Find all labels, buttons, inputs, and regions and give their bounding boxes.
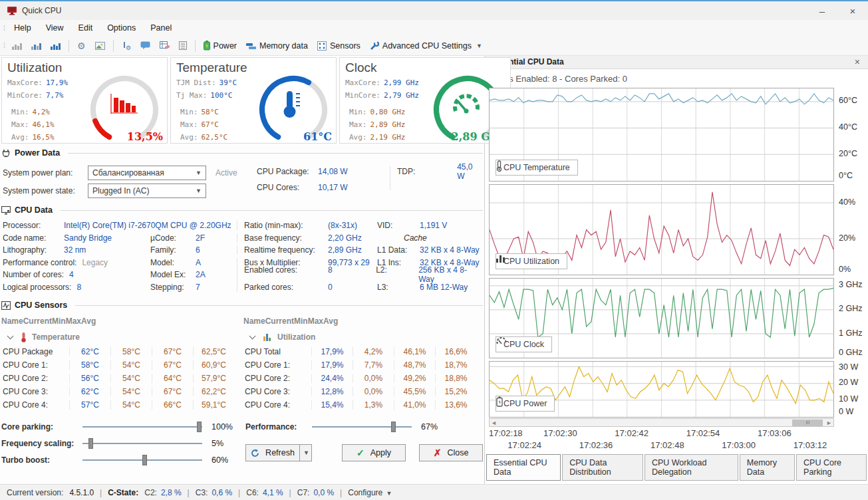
report-button[interactable] xyxy=(175,39,191,52)
menu-item[interactable]: Edit xyxy=(71,21,100,35)
menu-item[interactable]: Help xyxy=(7,21,39,35)
gauge-value: 13,5% xyxy=(127,130,163,143)
panel-tab[interactable]: Essential CPU Data xyxy=(486,454,561,481)
time-tick-label: 17:02:24 xyxy=(507,440,541,450)
sensor-row: CPU Core 3:12,8%0,0%45,5%15,2% xyxy=(243,385,478,398)
performance-value: 67% xyxy=(421,422,438,432)
collapse-chevron-icon[interactable] xyxy=(249,333,256,340)
panel-tab[interactable]: CPU Data Distribution xyxy=(562,454,643,481)
main-panel: Utilization MaxCore:17,9%MinCore:7,7% Mi… xyxy=(0,56,484,484)
temperature-settings-button[interactable]: ⚙ xyxy=(118,39,135,53)
feedback-button[interactable] xyxy=(136,39,154,52)
sensor-row: CPU Core 4:15,4%1,3%41,0%13,6% xyxy=(243,398,478,412)
scroll-left-arrow[interactable]: ◄ xyxy=(490,419,498,427)
menu-item[interactable]: Options xyxy=(100,21,143,35)
chat-icon xyxy=(140,41,150,50)
temperature-gauge-card: Temperature TJM Dist:39°CTj Max:100°C Mi… xyxy=(170,57,337,144)
cstate-item: C3:0,6 %| xyxy=(196,488,241,497)
bars-icon xyxy=(108,92,139,118)
x-axis-time-labels: 17:02:1817:02:2417:02:3017:02:3617:02:42… xyxy=(489,428,834,453)
panel-tab[interactable]: CPU Core Parking xyxy=(796,454,867,481)
close-button[interactable]: × xyxy=(837,1,868,20)
processor-label: Processor: xyxy=(3,221,59,230)
memory-data-button[interactable]: Memory data xyxy=(242,39,312,53)
utilization-gauge: 13,5% xyxy=(87,76,162,143)
turbo-boost-slider[interactable] xyxy=(82,454,202,466)
y-tick-label: 20 W xyxy=(839,378,858,387)
slider-thumb[interactable] xyxy=(391,422,396,432)
svg-text:⚙: ⚙ xyxy=(126,45,131,51)
image-icon xyxy=(95,42,105,50)
performance-slider[interactable] xyxy=(312,421,412,433)
table-clear-button[interactable] xyxy=(156,39,174,52)
advanced-cpu-settings-button[interactable]: Advanced CPU Settings ▼ xyxy=(366,39,486,53)
window-title: Quick CPU xyxy=(22,6,61,15)
close-app-button[interactable]: ✗Close xyxy=(419,444,483,461)
column-header: Max xyxy=(66,316,81,326)
cpu-utilization-chart: CPU Utilization xyxy=(489,184,834,275)
document-icon xyxy=(179,41,187,50)
y-tick-label: 20% xyxy=(839,233,855,243)
frequency-scaling-value: 5% xyxy=(212,439,223,448)
refresh-button[interactable]: Refresh xyxy=(245,444,300,461)
sensor-group-label: Temperature xyxy=(32,332,80,342)
version-value: 4.5.1.0 xyxy=(69,488,94,497)
column-header: Current xyxy=(23,316,52,326)
refresh-dropdown-button[interactable]: ▼ xyxy=(300,444,312,461)
chart-legend: CPU Temperature xyxy=(496,160,578,176)
gauge-stat: Max:2,89 GHz xyxy=(345,118,430,131)
refresh-icon xyxy=(251,449,259,457)
temperature-sensor-table: NameCurrentMinMaxAvg Temperature CPU Pac… xyxy=(1,313,235,412)
slider-thumb[interactable] xyxy=(88,438,93,449)
menu-item[interactable]: View xyxy=(39,21,71,35)
screenshot-button[interactable] xyxy=(91,40,109,52)
scrollbar-thumb[interactable] xyxy=(792,420,823,426)
cpu-power-chart: CPU Power xyxy=(489,361,834,418)
gauge-stat: Min:0,80 GHz xyxy=(345,106,430,118)
collapse-chevron-icon[interactable] xyxy=(7,333,14,340)
cpu-sensors-section: CPU Sensors NameCurrentMinMaxAvg Tempera… xyxy=(1,299,483,412)
cpu-data-row: Logical processors:8Stepping:7Parked cor… xyxy=(3,281,482,294)
chart-large-button[interactable] xyxy=(47,39,65,52)
power-plan-label: System power plan: xyxy=(3,168,88,178)
core-parking-label: Core parking: xyxy=(1,422,82,432)
chart-medium-button[interactable] xyxy=(27,39,45,52)
cpu-temperature-chart: CPU Temperature xyxy=(489,88,834,182)
gauge-stat: MaxCore:17,9% xyxy=(7,76,87,89)
cpu-data-row: Number of cores:4Model Ex:2AEnabled core… xyxy=(3,269,482,281)
slider-thumb[interactable] xyxy=(197,422,202,432)
sensor-row: CPU Total17,9%4,2%46,1%16,6% xyxy=(243,345,478,358)
panel-close-button[interactable]: × xyxy=(852,57,863,67)
minimize-button[interactable]: – xyxy=(807,1,837,20)
time-tick-label: 17:03:00 xyxy=(722,440,756,450)
power-state-select[interactable]: Plugged In (AC)▼ xyxy=(88,184,206,198)
configure-menu[interactable]: Configure ▼ xyxy=(348,488,392,497)
sensor-row: CPU Core 2:56°C54°C64°C57,9°C xyxy=(1,372,235,385)
frequency-scaling-label: Frequency scaling: xyxy=(1,439,82,448)
menu-item[interactable]: Panel xyxy=(143,21,179,35)
panel-tab[interactable]: Memory Data xyxy=(740,454,795,481)
gauge-stat: MinCore:7,7% xyxy=(7,89,87,102)
power-plan-select[interactable]: Сбалансированная▼ xyxy=(88,166,206,180)
apply-button[interactable]: ✓Apply xyxy=(342,444,406,461)
gauge-stat: Min:58°C xyxy=(176,106,256,118)
clock-gauge-card: Clock MaxCore:2,99 GHzMinCore:2,79 GHz M… xyxy=(339,57,511,144)
y-tick-label: 0 GHz xyxy=(839,348,862,357)
frequency-scaling-slider[interactable] xyxy=(82,438,202,449)
power-toolbar-button[interactable]: Power xyxy=(200,39,241,53)
chart-small-button[interactable] xyxy=(8,39,26,52)
y-tick-label: 40°C xyxy=(839,122,857,132)
settings-button[interactable]: ⚙ xyxy=(73,39,90,53)
slider-thumb[interactable] xyxy=(142,455,147,465)
section-title: Power Data xyxy=(15,148,60,158)
version-label: Current version: xyxy=(7,488,63,497)
section-title: CPU Data xyxy=(15,205,53,215)
panel-tab[interactable]: CPU Workload Delegation xyxy=(645,454,738,481)
divider xyxy=(68,153,483,154)
wrench-icon xyxy=(370,41,379,51)
core-parking-slider[interactable] xyxy=(82,421,202,433)
sensors-button[interactable]: Sensors xyxy=(313,39,364,53)
scroll-right-arrow[interactable]: ► xyxy=(825,419,833,427)
chart-scrollbar[interactable]: ◄ ► xyxy=(489,418,834,427)
active-plan-label: Active xyxy=(216,168,237,178)
